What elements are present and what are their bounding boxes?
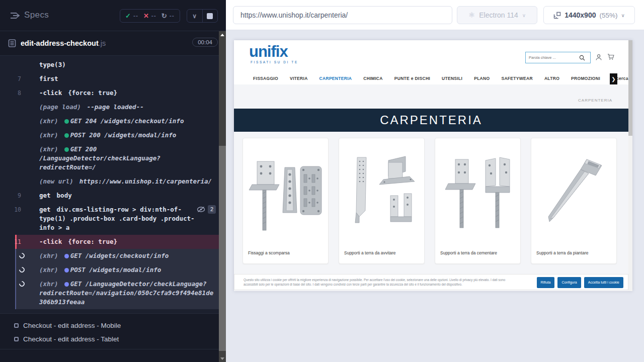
url-input[interactable] bbox=[233, 6, 452, 24]
product-title[interactable]: Supporti a terra da piantare bbox=[536, 250, 588, 255]
reporter-scrollbar[interactable] bbox=[219, 31, 226, 362]
spinner-icon bbox=[18, 252, 26, 260]
chevron-down-icon: ∨ bbox=[621, 13, 624, 18]
preview-scrollbar[interactable] bbox=[628, 40, 632, 291]
category-listing: Fissaggi a scomparsa bbox=[234, 132, 628, 291]
product-title[interactable]: Supporti a terra da avvitare bbox=[344, 250, 396, 255]
command-row[interactable]: 9 getbody bbox=[15, 189, 219, 203]
stage-header: ⚛ Electron 114 ∨ 1440x900 (55%) ∨ bbox=[226, 0, 644, 30]
electron-icon: ⚛ bbox=[468, 11, 475, 20]
nav-item-viteria[interactable]: VITERIA bbox=[290, 76, 308, 81]
page-title: CARPENTERIA bbox=[380, 113, 482, 127]
cookie-banner: Questo sito utilizza i cookie per offrir… bbox=[234, 274, 628, 290]
reporter-header: Specs ✓ -- ✕ -- ↻ -- ∨ bbox=[0, 0, 226, 31]
product-card[interactable]: Fissaggi a scomparsa bbox=[243, 138, 329, 264]
nav-item-utensili[interactable]: UTENSILI bbox=[442, 76, 462, 81]
selected-command-row[interactable]: 11 -click{force: true} bbox=[15, 235, 219, 249]
product-image-avvitare bbox=[344, 151, 420, 239]
cross-icon: ✕ bbox=[143, 12, 149, 20]
xhr-event-row[interactable]: (xhr)GET 204 /widgets/checkout/info bbox=[15, 114, 219, 128]
product-card[interactable]: Supporti a terra da avvitare bbox=[339, 138, 425, 264]
logo-tagline: FISSATI SU DI TE bbox=[249, 60, 298, 64]
site-search bbox=[525, 52, 591, 63]
check-icon: ✓ bbox=[125, 12, 131, 20]
specs-menu-icon[interactable] bbox=[10, 11, 20, 20]
command-row[interactable]: 8 -click{force: true} bbox=[15, 86, 219, 100]
command-row[interactable]: 10 getdiv.cms-listing-row > div:nth-of-t… bbox=[15, 203, 219, 235]
run-stats: ✓ -- ✕ -- ↻ -- bbox=[120, 9, 180, 23]
product-image-cementare bbox=[440, 151, 516, 239]
product-card[interactable]: Supporti a terra da piantare bbox=[531, 138, 617, 264]
xhr-success-dot bbox=[64, 119, 69, 124]
stop-run-button[interactable] bbox=[202, 10, 218, 22]
browser-select[interactable]: ⚛ Electron 114 ∨ bbox=[457, 6, 537, 24]
pending-xhr-row[interactable]: (xhr)GET /widgets/checkout/info bbox=[15, 249, 219, 263]
breadcrumb-band: CARPENTERIA bbox=[234, 84, 628, 109]
pending-xhr-row[interactable]: (xhr)POST /widgets/modal/info bbox=[15, 263, 219, 277]
site-logo[interactable]: unifix FISSATI SU DI TE bbox=[249, 44, 298, 64]
cookie-reject-button[interactable]: Rifiuta bbox=[537, 277, 555, 288]
spinner-icon bbox=[18, 280, 26, 288]
product-image-fissaggi bbox=[248, 151, 324, 239]
new-url-event-row[interactable]: (new url)https://www.unishop.it/carpente… bbox=[15, 174, 219, 189]
cookie-configure-button[interactable]: Configura bbox=[557, 277, 581, 288]
nav-item-punte-e-dischi[interactable]: PUNTE e DISCHI bbox=[394, 76, 430, 81]
collapse-all-button[interactable]: ∨ bbox=[187, 10, 202, 22]
command-row[interactable]: 7 first bbox=[15, 72, 219, 86]
scroll-down-arrow[interactable] bbox=[220, 357, 224, 360]
stop-icon bbox=[207, 13, 213, 19]
site-nav: FISSAGGIO VITERIA CARPENTERIA CHIMICA PU… bbox=[234, 72, 628, 84]
specs-title[interactable]: Specs bbox=[24, 10, 49, 20]
chevron-right-icon: ❯ bbox=[611, 76, 615, 82]
stat-passed: ✓ -- bbox=[125, 12, 138, 20]
app-stage: ⚛ Electron 114 ∨ 1440x900 (55%) ∨ unifix… bbox=[226, 0, 644, 362]
page-load-event-row[interactable]: (page load)--page loaded-- bbox=[15, 100, 219, 114]
pending-xhr-row[interactable]: (xhr)GET /LanguageDetector/checkLanguage… bbox=[15, 277, 219, 309]
spec-duration-badge: 00:04 bbox=[192, 38, 218, 47]
test-item-tablet[interactable]: Checkout - edit address - Tablet bbox=[0, 332, 226, 346]
xhr-event-row[interactable]: (xhr)GET 200 /LanguageDetector/checkLang… bbox=[15, 142, 219, 174]
spec-extension: .js bbox=[99, 39, 106, 47]
cart-icon[interactable] bbox=[607, 53, 614, 60]
product-title[interactable]: Supporti a terra da cementare bbox=[440, 250, 497, 255]
search-input[interactable] bbox=[526, 55, 578, 60]
other-tests-list: Checkout - edit address - Mobile Checkou… bbox=[0, 314, 226, 349]
spec-file-icon bbox=[8, 39, 16, 47]
test-state-icon bbox=[14, 337, 19, 341]
preview-scrollbar-thumb[interactable] bbox=[628, 40, 632, 136]
product-card[interactable]: Supporti a terra da cementare bbox=[435, 138, 521, 264]
nav-item-fissaggio[interactable]: FISSAGGIO bbox=[253, 76, 278, 81]
search-icon[interactable] bbox=[579, 55, 585, 61]
site-header: unifix FISSATI SU DI TE bbox=[234, 40, 628, 72]
cookie-accept-all-button[interactable]: Accetta tutti i cookie bbox=[584, 277, 623, 288]
element-count-badge: 2 bbox=[208, 205, 216, 214]
scrollbar-thumb[interactable] bbox=[219, 146, 226, 351]
account-icon[interactable] bbox=[595, 54, 602, 61]
hidden-eye-icon bbox=[197, 206, 205, 213]
scroll-up-arrow[interactable] bbox=[220, 34, 224, 36]
run-controls: ∨ bbox=[187, 9, 218, 23]
ruler-icon bbox=[553, 12, 561, 19]
breadcrumb[interactable]: CARPENTERIA bbox=[578, 98, 612, 103]
nav-item-chimica[interactable]: CHIMICA bbox=[363, 76, 382, 81]
nav-next-button[interactable]: ❯ bbox=[610, 73, 617, 84]
command-row[interactable]: type(3) bbox=[15, 58, 219, 72]
test-item-mobile[interactable]: Checkout - edit address - Mobile bbox=[0, 319, 226, 332]
cypress-runner: Specs ✓ -- ✕ -- ↻ -- ∨ bbox=[0, 0, 644, 362]
viewport-select[interactable]: 1440x900 (55%) ∨ bbox=[543, 6, 635, 24]
nav-item-promozioni[interactable]: PROMOZIONI bbox=[571, 76, 600, 81]
nav-item-carpenteria[interactable]: CARPENTERIA bbox=[319, 76, 352, 81]
xhr-event-row[interactable]: (xhr)POST 200 /widgets/modal/info bbox=[15, 128, 219, 142]
chevron-down-icon: ∨ bbox=[192, 13, 197, 20]
nav-item-plano[interactable]: PLANO bbox=[474, 76, 490, 81]
test-reporter-panel: Specs ✓ -- ✕ -- ↻ -- ∨ bbox=[0, 0, 226, 362]
xhr-success-dot bbox=[64, 147, 69, 152]
nav-item-altro[interactable]: ALTRO bbox=[544, 76, 559, 81]
chevron-down-icon: ∨ bbox=[522, 13, 526, 18]
nav-item-safetywear[interactable]: SAFETYWEAR bbox=[501, 76, 533, 81]
spinner-icon bbox=[18, 266, 26, 274]
product-title[interactable]: Fissaggi a scomparsa bbox=[248, 250, 290, 255]
active-spec-row[interactable]: edit-address-checkout.js 00:04 bbox=[0, 31, 226, 56]
spec-name: edit-address-checkout bbox=[21, 39, 99, 47]
xhr-pending-dot bbox=[64, 254, 69, 258]
